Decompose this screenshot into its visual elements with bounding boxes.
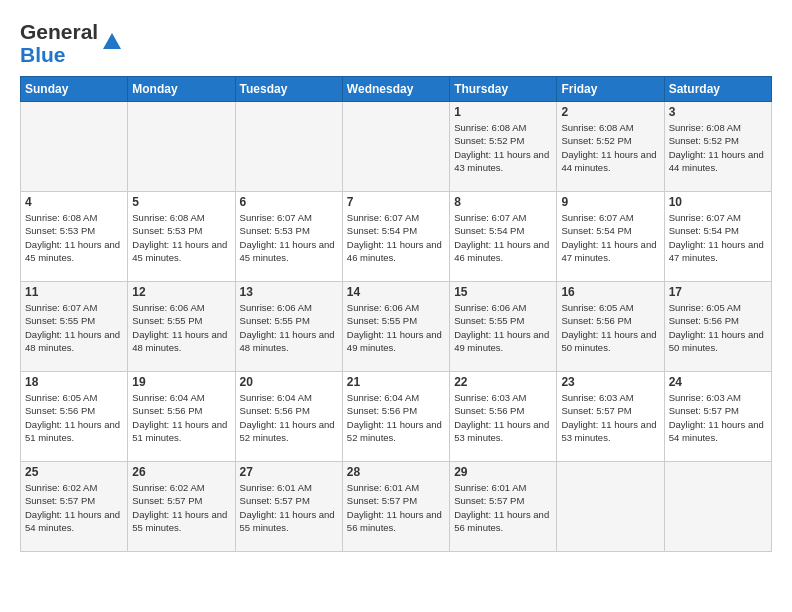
day-number: 7 bbox=[347, 195, 445, 209]
day-number: 13 bbox=[240, 285, 338, 299]
day-number: 8 bbox=[454, 195, 552, 209]
calendar-cell: 15Sunrise: 6:06 AM Sunset: 5:55 PM Dayli… bbox=[450, 282, 557, 372]
day-number: 5 bbox=[132, 195, 230, 209]
logo-text-general: General bbox=[20, 20, 98, 43]
logo-icon bbox=[101, 31, 123, 57]
day-info: Sunrise: 6:03 AM Sunset: 5:57 PM Dayligh… bbox=[561, 391, 659, 444]
calendar-cell: 12Sunrise: 6:06 AM Sunset: 5:55 PM Dayli… bbox=[128, 282, 235, 372]
day-info: Sunrise: 6:02 AM Sunset: 5:57 PM Dayligh… bbox=[25, 481, 123, 534]
calendar-cell: 13Sunrise: 6:06 AM Sunset: 5:55 PM Dayli… bbox=[235, 282, 342, 372]
calendar-cell bbox=[235, 102, 342, 192]
calendar-cell: 8Sunrise: 6:07 AM Sunset: 5:54 PM Daylig… bbox=[450, 192, 557, 282]
day-number: 19 bbox=[132, 375, 230, 389]
calendar-cell: 10Sunrise: 6:07 AM Sunset: 5:54 PM Dayli… bbox=[664, 192, 771, 282]
day-info: Sunrise: 6:08 AM Sunset: 5:53 PM Dayligh… bbox=[25, 211, 123, 264]
calendar-cell: 17Sunrise: 6:05 AM Sunset: 5:56 PM Dayli… bbox=[664, 282, 771, 372]
day-number: 11 bbox=[25, 285, 123, 299]
day-number: 22 bbox=[454, 375, 552, 389]
calendar-cell: 23Sunrise: 6:03 AM Sunset: 5:57 PM Dayli… bbox=[557, 372, 664, 462]
day-number: 9 bbox=[561, 195, 659, 209]
day-number: 26 bbox=[132, 465, 230, 479]
header-friday: Friday bbox=[557, 77, 664, 102]
day-info: Sunrise: 6:07 AM Sunset: 5:54 PM Dayligh… bbox=[669, 211, 767, 264]
day-number: 6 bbox=[240, 195, 338, 209]
calendar-cell: 6Sunrise: 6:07 AM Sunset: 5:53 PM Daylig… bbox=[235, 192, 342, 282]
day-number: 3 bbox=[669, 105, 767, 119]
day-info: Sunrise: 6:07 AM Sunset: 5:55 PM Dayligh… bbox=[25, 301, 123, 354]
header-saturday: Saturday bbox=[664, 77, 771, 102]
day-info: Sunrise: 6:08 AM Sunset: 5:52 PM Dayligh… bbox=[561, 121, 659, 174]
day-info: Sunrise: 6:08 AM Sunset: 5:52 PM Dayligh… bbox=[454, 121, 552, 174]
header-thursday: Thursday bbox=[450, 77, 557, 102]
day-number: 4 bbox=[25, 195, 123, 209]
day-info: Sunrise: 6:01 AM Sunset: 5:57 PM Dayligh… bbox=[454, 481, 552, 534]
day-info: Sunrise: 6:08 AM Sunset: 5:52 PM Dayligh… bbox=[669, 121, 767, 174]
day-info: Sunrise: 6:03 AM Sunset: 5:57 PM Dayligh… bbox=[669, 391, 767, 444]
logo-text-blue: Blue bbox=[20, 43, 98, 66]
day-info: Sunrise: 6:07 AM Sunset: 5:53 PM Dayligh… bbox=[240, 211, 338, 264]
calendar-cell: 26Sunrise: 6:02 AM Sunset: 5:57 PM Dayli… bbox=[128, 462, 235, 552]
calendar-cell bbox=[557, 462, 664, 552]
calendar-cell: 22Sunrise: 6:03 AM Sunset: 5:56 PM Dayli… bbox=[450, 372, 557, 462]
day-info: Sunrise: 6:06 AM Sunset: 5:55 PM Dayligh… bbox=[454, 301, 552, 354]
page-header: General Blue bbox=[20, 16, 772, 66]
calendar-cell: 3Sunrise: 6:08 AM Sunset: 5:52 PM Daylig… bbox=[664, 102, 771, 192]
day-info: Sunrise: 6:04 AM Sunset: 5:56 PM Dayligh… bbox=[240, 391, 338, 444]
calendar-cell: 7Sunrise: 6:07 AM Sunset: 5:54 PM Daylig… bbox=[342, 192, 449, 282]
day-number: 14 bbox=[347, 285, 445, 299]
calendar-cell: 9Sunrise: 6:07 AM Sunset: 5:54 PM Daylig… bbox=[557, 192, 664, 282]
day-info: Sunrise: 6:05 AM Sunset: 5:56 PM Dayligh… bbox=[561, 301, 659, 354]
calendar-cell: 5Sunrise: 6:08 AM Sunset: 5:53 PM Daylig… bbox=[128, 192, 235, 282]
calendar-cell: 18Sunrise: 6:05 AM Sunset: 5:56 PM Dayli… bbox=[21, 372, 128, 462]
day-info: Sunrise: 6:08 AM Sunset: 5:53 PM Dayligh… bbox=[132, 211, 230, 264]
day-info: Sunrise: 6:06 AM Sunset: 5:55 PM Dayligh… bbox=[132, 301, 230, 354]
day-info: Sunrise: 6:05 AM Sunset: 5:56 PM Dayligh… bbox=[669, 301, 767, 354]
header-monday: Monday bbox=[128, 77, 235, 102]
day-info: Sunrise: 6:07 AM Sunset: 5:54 PM Dayligh… bbox=[347, 211, 445, 264]
calendar-cell: 14Sunrise: 6:06 AM Sunset: 5:55 PM Dayli… bbox=[342, 282, 449, 372]
day-number: 23 bbox=[561, 375, 659, 389]
calendar-week-row: 4Sunrise: 6:08 AM Sunset: 5:53 PM Daylig… bbox=[21, 192, 772, 282]
day-number: 27 bbox=[240, 465, 338, 479]
calendar-week-row: 18Sunrise: 6:05 AM Sunset: 5:56 PM Dayli… bbox=[21, 372, 772, 462]
day-info: Sunrise: 6:04 AM Sunset: 5:56 PM Dayligh… bbox=[132, 391, 230, 444]
header-sunday: Sunday bbox=[21, 77, 128, 102]
svg-marker-0 bbox=[103, 33, 121, 49]
day-number: 16 bbox=[561, 285, 659, 299]
day-info: Sunrise: 6:04 AM Sunset: 5:56 PM Dayligh… bbox=[347, 391, 445, 444]
calendar-week-row: 1Sunrise: 6:08 AM Sunset: 5:52 PM Daylig… bbox=[21, 102, 772, 192]
calendar-cell: 21Sunrise: 6:04 AM Sunset: 5:56 PM Dayli… bbox=[342, 372, 449, 462]
day-number: 2 bbox=[561, 105, 659, 119]
day-info: Sunrise: 6:02 AM Sunset: 5:57 PM Dayligh… bbox=[132, 481, 230, 534]
day-number: 15 bbox=[454, 285, 552, 299]
day-info: Sunrise: 6:01 AM Sunset: 5:57 PM Dayligh… bbox=[347, 481, 445, 534]
calendar-cell: 24Sunrise: 6:03 AM Sunset: 5:57 PM Dayli… bbox=[664, 372, 771, 462]
day-number: 29 bbox=[454, 465, 552, 479]
day-info: Sunrise: 6:05 AM Sunset: 5:56 PM Dayligh… bbox=[25, 391, 123, 444]
calendar-week-row: 11Sunrise: 6:07 AM Sunset: 5:55 PM Dayli… bbox=[21, 282, 772, 372]
day-number: 18 bbox=[25, 375, 123, 389]
day-number: 1 bbox=[454, 105, 552, 119]
calendar-cell bbox=[128, 102, 235, 192]
day-number: 28 bbox=[347, 465, 445, 479]
calendar-cell: 2Sunrise: 6:08 AM Sunset: 5:52 PM Daylig… bbox=[557, 102, 664, 192]
day-number: 17 bbox=[669, 285, 767, 299]
day-info: Sunrise: 6:03 AM Sunset: 5:56 PM Dayligh… bbox=[454, 391, 552, 444]
day-info: Sunrise: 6:06 AM Sunset: 5:55 PM Dayligh… bbox=[347, 301, 445, 354]
day-number: 20 bbox=[240, 375, 338, 389]
calendar-cell bbox=[21, 102, 128, 192]
calendar-cell bbox=[342, 102, 449, 192]
calendar-table: SundayMondayTuesdayWednesdayThursdayFrid… bbox=[20, 76, 772, 552]
calendar-cell: 28Sunrise: 6:01 AM Sunset: 5:57 PM Dayli… bbox=[342, 462, 449, 552]
header-wednesday: Wednesday bbox=[342, 77, 449, 102]
day-info: Sunrise: 6:07 AM Sunset: 5:54 PM Dayligh… bbox=[561, 211, 659, 264]
calendar-cell: 4Sunrise: 6:08 AM Sunset: 5:53 PM Daylig… bbox=[21, 192, 128, 282]
day-number: 21 bbox=[347, 375, 445, 389]
day-number: 10 bbox=[669, 195, 767, 209]
day-number: 25 bbox=[25, 465, 123, 479]
calendar-cell: 1Sunrise: 6:08 AM Sunset: 5:52 PM Daylig… bbox=[450, 102, 557, 192]
calendar-cell: 11Sunrise: 6:07 AM Sunset: 5:55 PM Dayli… bbox=[21, 282, 128, 372]
calendar-week-row: 25Sunrise: 6:02 AM Sunset: 5:57 PM Dayli… bbox=[21, 462, 772, 552]
calendar-cell: 16Sunrise: 6:05 AM Sunset: 5:56 PM Dayli… bbox=[557, 282, 664, 372]
calendar-cell: 20Sunrise: 6:04 AM Sunset: 5:56 PM Dayli… bbox=[235, 372, 342, 462]
